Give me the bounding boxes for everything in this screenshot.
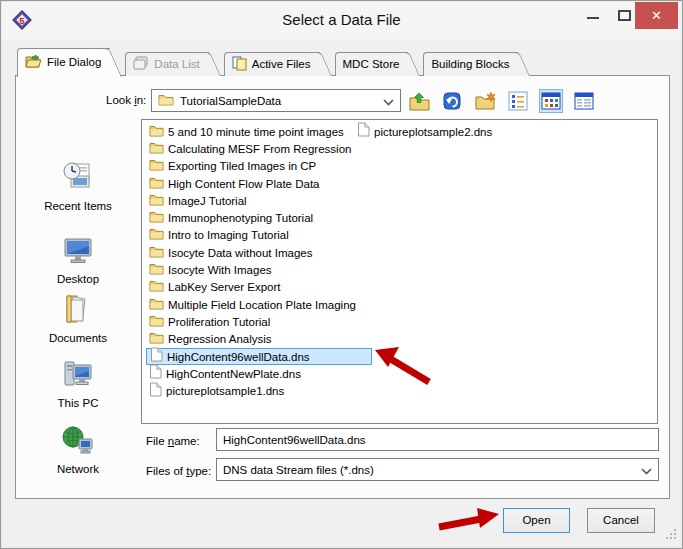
file-dialog-page: Look in: TutorialSampleData Recent Items… — [15, 75, 670, 499]
list-item[interactable]: 5 and 10 minute time point images — [146, 123, 372, 140]
folder-icon — [149, 209, 164, 227]
folder-icon — [149, 140, 164, 158]
network-icon — [61, 423, 95, 457]
file-name: 5 and 10 minute time point images — [168, 126, 344, 138]
tab-label: MDC Store — [343, 58, 400, 70]
close-button[interactable]: ✕ — [635, 2, 678, 29]
list-item[interactable]: Isocyte With Images — [146, 261, 372, 278]
list-item[interactable]: Proliferation Tutorial — [146, 313, 372, 330]
place-label: Recent Items — [22, 200, 134, 212]
tab-label: File Dialog — [47, 56, 101, 68]
file-name: Isocyte With Images — [168, 264, 272, 276]
tab-active-files[interactable]: Active Files — [224, 52, 332, 76]
stacked-pages-icon — [133, 56, 149, 72]
places-bar: Recent ItemsDesktopDocumentsThis PCNetwo… — [22, 116, 134, 490]
folder-icon — [149, 244, 164, 262]
look-in-combobox[interactable]: TutorialSampleData — [151, 89, 401, 112]
file-name: Immunophenotyping Tutorial — [168, 212, 313, 224]
open-button[interactable]: Open — [503, 508, 570, 533]
list-item[interactable]: pictureplotsample2.dns — [354, 123, 495, 140]
selection-annotation-arrow-icon — [375, 346, 433, 392]
files-of-type-combobox[interactable]: DNS data Stream files (*.dns) — [216, 458, 659, 481]
folder-icon — [149, 296, 164, 314]
tab-mdc-store[interactable]: MDC Store — [335, 52, 421, 76]
folder-toolbar — [407, 89, 596, 113]
tab-data-list[interactable]: Data List — [125, 52, 220, 76]
documents-icon — [61, 292, 95, 326]
file-name-label: File name: — [146, 435, 200, 447]
place-label: This PC — [22, 397, 134, 409]
up-one-level-icon[interactable] — [407, 89, 431, 113]
list-item[interactable]: ImageJ Tutorial — [146, 192, 372, 209]
file-name: ImageJ Tutorial — [168, 195, 247, 207]
tab-file-dialog[interactable]: File Dialog — [17, 48, 122, 76]
open-folder-icon — [25, 54, 42, 70]
list-item[interactable]: LabKey Server Export — [146, 279, 372, 296]
list-item[interactable]: Calculating MESF From Regression — [146, 140, 372, 157]
file-name: HighContent96wellData.dns — [167, 351, 310, 363]
dialog-window: 5 Select a Data File ✕ File DialogData L… — [0, 0, 683, 549]
tab-label: Building Blocks — [431, 58, 509, 70]
last-folder-visited-icon[interactable] — [440, 89, 464, 113]
files-of-type-label: Files of type: — [146, 465, 211, 477]
maximize-button[interactable] — [618, 10, 631, 21]
desktop-icon — [61, 233, 95, 267]
files-of-type-value: DNS data Stream files (*.dns) — [223, 464, 374, 476]
list-view-icon[interactable] — [506, 89, 530, 113]
computer-icon — [61, 357, 95, 391]
list-item[interactable]: pictureplotsample1.dns — [146, 382, 372, 399]
file-name: pictureplotsample2.dns — [374, 126, 492, 138]
list-item[interactable]: HighContent96wellData.dns — [146, 348, 372, 365]
tab-building-blocks[interactable]: Building Blocks — [423, 52, 530, 76]
title-bar: 5 Select a Data File ✕ — [2, 2, 681, 40]
file-name: HighContentNewPlate.dns — [166, 368, 301, 380]
folder-icon — [149, 313, 164, 331]
place-label: Network — [22, 463, 134, 475]
details-view-icon[interactable] — [572, 89, 596, 113]
list-item[interactable]: HighContentNewPlate.dns — [146, 365, 372, 382]
place-label: Documents — [22, 332, 134, 344]
sidebar-item-documents[interactable]: Documents — [22, 292, 134, 344]
list-item[interactable]: Isocyte Data without Images — [146, 244, 372, 261]
look-in-label: Look in: — [106, 94, 146, 106]
tab-bar: File DialogData ListActive FilesMDC Stor… — [17, 48, 533, 76]
list-item[interactable]: Immunophenotyping Tutorial — [146, 209, 372, 226]
list-item[interactable]: Regression Analysis — [146, 331, 372, 348]
place-label: Desktop — [22, 273, 134, 285]
sidebar-item-network[interactable]: Network — [22, 423, 134, 475]
icons-view-icon[interactable] — [539, 89, 563, 113]
tab-label: Active Files — [252, 58, 311, 70]
sidebar-item-desktop[interactable]: Desktop — [22, 233, 134, 285]
file-name: pictureplotsample1.dns — [166, 385, 284, 397]
file-icon — [150, 347, 163, 366]
resize-grip[interactable] — [664, 526, 677, 544]
window-title: Select a Data File — [2, 11, 681, 28]
minimize-button[interactable] — [587, 16, 599, 19]
file-name: LabKey Server Export — [168, 281, 281, 293]
sidebar-item-this-pc[interactable]: This PC — [22, 357, 134, 409]
folder-icon — [149, 192, 164, 210]
file-icon — [149, 382, 162, 401]
file-list-column-1: 5 and 10 minute time point imagesCalcula… — [146, 123, 372, 400]
chevron-down-icon — [383, 92, 394, 110]
file-name-input[interactable]: HighContent96wellData.dns — [216, 428, 659, 451]
open-annotation-arrow-icon — [437, 506, 501, 538]
file-icon — [357, 122, 370, 141]
file-name: Regression Analysis — [168, 333, 272, 345]
list-item[interactable]: Multiple Field Location Plate Imaging — [146, 296, 372, 313]
look-in-row: Look in: TutorialSampleData — [16, 89, 669, 113]
file-list-column-2: pictureplotsample2.dns — [354, 123, 495, 140]
cancel-button[interactable]: Cancel — [587, 508, 655, 533]
look-in-value: TutorialSampleData — [180, 95, 281, 107]
file-name: High Content Flow Plate Data — [168, 178, 320, 190]
list-item[interactable]: Intro to Imaging Tutorial — [146, 227, 372, 244]
sidebar-item-recent-items[interactable]: Recent Items — [22, 160, 134, 212]
list-item[interactable]: High Content Flow Plate Data — [146, 175, 372, 192]
copy-pages-icon — [232, 56, 247, 73]
new-folder-icon[interactable] — [473, 89, 497, 113]
folder-icon — [149, 261, 164, 279]
file-icon — [149, 364, 162, 383]
folder-icon — [149, 278, 164, 296]
list-item[interactable]: Exporting Tiled Images in CP — [146, 158, 372, 175]
folder-icon — [158, 92, 174, 110]
